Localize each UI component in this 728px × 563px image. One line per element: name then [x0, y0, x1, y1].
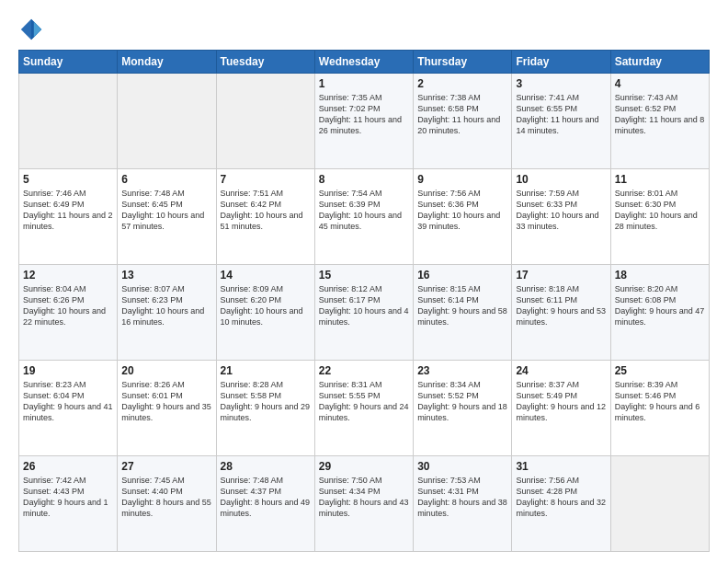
calendar-cell: 15Sunrise: 8:12 AMSunset: 6:17 PMDayligh…	[314, 265, 413, 361]
day-number: 25	[615, 364, 705, 377]
calendar-week-row: 5Sunrise: 7:46 AMSunset: 6:49 PMDaylight…	[19, 169, 710, 265]
cell-info: Sunrise: 7:43 AMSunset: 6:52 PMDaylight:…	[615, 92, 705, 137]
logo-icon	[18, 17, 44, 42]
cell-info: Sunrise: 8:04 AMSunset: 6:26 PMDaylight:…	[23, 283, 113, 328]
day-number: 5	[23, 173, 113, 186]
weekday-header: Saturday	[610, 51, 709, 74]
cell-info: Sunrise: 8:34 AMSunset: 5:52 PMDaylight:…	[417, 379, 507, 424]
cell-info: Sunrise: 8:31 AMSunset: 5:55 PMDaylight:…	[319, 379, 409, 424]
day-number: 3	[516, 77, 606, 90]
calendar-cell: 7Sunrise: 7:51 AMSunset: 6:42 PMDaylight…	[216, 169, 314, 265]
day-number: 31	[516, 460, 606, 473]
header	[18, 17, 710, 42]
cell-info: Sunrise: 7:50 AMSunset: 4:34 PMDaylight:…	[319, 475, 409, 520]
calendar-cell: 26Sunrise: 7:42 AMSunset: 4:43 PMDayligh…	[19, 456, 118, 552]
calendar-cell: 5Sunrise: 7:46 AMSunset: 6:49 PMDaylight…	[19, 169, 118, 265]
cell-info: Sunrise: 7:35 AMSunset: 7:02 PMDaylight:…	[319, 92, 409, 137]
weekday-header: Thursday	[414, 51, 512, 74]
cell-info: Sunrise: 8:39 AMSunset: 5:46 PMDaylight:…	[615, 379, 705, 424]
calendar-cell	[118, 74, 216, 169]
calendar-cell: 24Sunrise: 8:37 AMSunset: 5:49 PMDayligh…	[512, 361, 610, 456]
day-number: 2	[417, 77, 507, 90]
calendar-cell	[216, 74, 314, 169]
day-number: 6	[121, 173, 211, 186]
day-number: 23	[417, 364, 507, 377]
day-number: 21	[221, 364, 311, 377]
calendar-cell	[610, 456, 709, 552]
calendar-cell: 11Sunrise: 8:01 AMSunset: 6:30 PMDayligh…	[610, 169, 709, 265]
day-number: 30	[417, 460, 507, 473]
weekday-header: Monday	[118, 51, 216, 74]
calendar-cell: 20Sunrise: 8:26 AMSunset: 6:01 PMDayligh…	[118, 361, 216, 456]
calendar-week-row: 12Sunrise: 8:04 AMSunset: 6:26 PMDayligh…	[19, 265, 710, 361]
calendar-cell: 25Sunrise: 8:39 AMSunset: 5:46 PMDayligh…	[610, 361, 709, 456]
day-number: 11	[615, 173, 705, 186]
cell-info: Sunrise: 7:54 AMSunset: 6:39 PMDaylight:…	[319, 188, 409, 233]
cell-info: Sunrise: 8:15 AMSunset: 6:14 PMDaylight:…	[417, 283, 507, 328]
cell-info: Sunrise: 8:18 AMSunset: 6:11 PMDaylight:…	[516, 283, 606, 328]
cell-info: Sunrise: 7:42 AMSunset: 4:43 PMDaylight:…	[23, 475, 113, 520]
cell-info: Sunrise: 8:23 AMSunset: 6:04 PMDaylight:…	[23, 379, 113, 424]
cell-info: Sunrise: 8:07 AMSunset: 6:23 PMDaylight:…	[121, 283, 211, 328]
calendar-cell: 12Sunrise: 8:04 AMSunset: 6:26 PMDayligh…	[19, 265, 118, 361]
calendar-header-row: SundayMondayTuesdayWednesdayThursdayFrid…	[19, 51, 710, 74]
day-number: 15	[319, 269, 409, 282]
calendar-cell: 13Sunrise: 8:07 AMSunset: 6:23 PMDayligh…	[118, 265, 216, 361]
day-number: 4	[615, 77, 705, 90]
calendar-cell: 1Sunrise: 7:35 AMSunset: 7:02 PMDaylight…	[314, 74, 413, 169]
day-number: 22	[319, 364, 409, 377]
day-number: 16	[417, 269, 507, 282]
day-number: 29	[319, 460, 409, 473]
svg-marker-2	[34, 22, 41, 38]
calendar-cell: 8Sunrise: 7:54 AMSunset: 6:39 PMDaylight…	[314, 169, 413, 265]
weekday-header: Sunday	[19, 51, 118, 74]
calendar-cell: 3Sunrise: 7:41 AMSunset: 6:55 PMDaylight…	[512, 74, 610, 169]
day-number: 7	[221, 173, 311, 186]
cell-info: Sunrise: 8:01 AMSunset: 6:30 PMDaylight:…	[615, 188, 705, 233]
calendar-table: SundayMondayTuesdayWednesdayThursdayFrid…	[18, 50, 710, 552]
day-number: 8	[319, 173, 409, 186]
day-number: 20	[121, 364, 211, 377]
calendar-week-row: 1Sunrise: 7:35 AMSunset: 7:02 PMDaylight…	[19, 74, 710, 169]
day-number: 26	[23, 460, 113, 473]
calendar-cell: 30Sunrise: 7:53 AMSunset: 4:31 PMDayligh…	[414, 456, 512, 552]
calendar-week-row: 19Sunrise: 8:23 AMSunset: 6:04 PMDayligh…	[19, 361, 710, 456]
day-number: 24	[516, 364, 606, 377]
cell-info: Sunrise: 7:41 AMSunset: 6:55 PMDaylight:…	[516, 92, 606, 137]
day-number: 12	[23, 269, 113, 282]
cell-info: Sunrise: 8:09 AMSunset: 6:20 PMDaylight:…	[221, 283, 311, 328]
calendar-cell: 22Sunrise: 8:31 AMSunset: 5:55 PMDayligh…	[314, 361, 413, 456]
calendar-cell: 23Sunrise: 8:34 AMSunset: 5:52 PMDayligh…	[414, 361, 512, 456]
day-number: 1	[319, 77, 409, 90]
calendar-cell: 19Sunrise: 8:23 AMSunset: 6:04 PMDayligh…	[19, 361, 118, 456]
calendar-cell: 14Sunrise: 8:09 AMSunset: 6:20 PMDayligh…	[216, 265, 314, 361]
calendar-cell: 10Sunrise: 7:59 AMSunset: 6:33 PMDayligh…	[512, 169, 610, 265]
cell-info: Sunrise: 7:48 AMSunset: 4:37 PMDaylight:…	[221, 475, 311, 520]
cell-info: Sunrise: 8:26 AMSunset: 6:01 PMDaylight:…	[121, 379, 211, 424]
cell-info: Sunrise: 8:12 AMSunset: 6:17 PMDaylight:…	[319, 283, 409, 328]
cell-info: Sunrise: 7:56 AMSunset: 4:28 PMDaylight:…	[516, 475, 606, 520]
calendar-cell: 2Sunrise: 7:38 AMSunset: 6:58 PMDaylight…	[414, 74, 512, 169]
calendar-week-row: 26Sunrise: 7:42 AMSunset: 4:43 PMDayligh…	[19, 456, 710, 552]
calendar-cell: 29Sunrise: 7:50 AMSunset: 4:34 PMDayligh…	[314, 456, 413, 552]
calendar-cell: 6Sunrise: 7:48 AMSunset: 6:45 PMDaylight…	[118, 169, 216, 265]
day-number: 28	[221, 460, 311, 473]
cell-info: Sunrise: 7:51 AMSunset: 6:42 PMDaylight:…	[221, 188, 311, 233]
calendar-cell: 31Sunrise: 7:56 AMSunset: 4:28 PMDayligh…	[512, 456, 610, 552]
day-number: 9	[417, 173, 507, 186]
day-number: 13	[121, 269, 211, 282]
cell-info: Sunrise: 7:59 AMSunset: 6:33 PMDaylight:…	[516, 188, 606, 233]
cell-info: Sunrise: 7:48 AMSunset: 6:45 PMDaylight:…	[121, 188, 211, 233]
calendar-cell: 9Sunrise: 7:56 AMSunset: 6:36 PMDaylight…	[414, 169, 512, 265]
cell-info: Sunrise: 7:45 AMSunset: 4:40 PMDaylight:…	[121, 475, 211, 520]
calendar-cell: 17Sunrise: 8:18 AMSunset: 6:11 PMDayligh…	[512, 265, 610, 361]
cell-info: Sunrise: 8:28 AMSunset: 5:58 PMDaylight:…	[221, 379, 311, 424]
day-number: 18	[615, 269, 705, 282]
day-number: 19	[23, 364, 113, 377]
day-number: 10	[516, 173, 606, 186]
logo	[18, 17, 48, 42]
cell-info: Sunrise: 8:20 AMSunset: 6:08 PMDaylight:…	[615, 283, 705, 328]
cell-info: Sunrise: 7:38 AMSunset: 6:58 PMDaylight:…	[417, 92, 507, 137]
weekday-header: Friday	[512, 51, 610, 74]
day-number: 17	[516, 269, 606, 282]
